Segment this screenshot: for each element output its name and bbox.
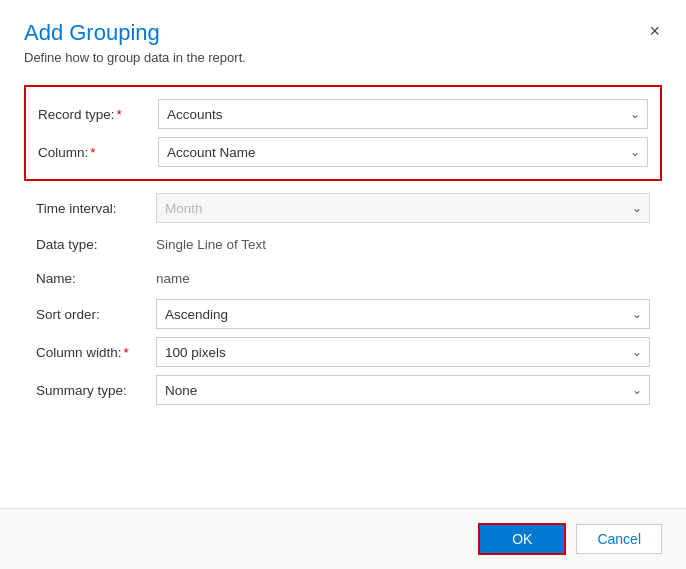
dialog-header: Add Grouping Define how to group data in…: [0, 0, 686, 65]
data-type-label: Data type:: [36, 237, 156, 252]
column-width-control: 100 pixels 50 pixels 150 pixels 200 pixe…: [156, 337, 650, 367]
cancel-button[interactable]: Cancel: [576, 524, 662, 554]
time-interval-control: Month Quarter Year Day ⌄: [156, 193, 650, 223]
time-interval-select-wrapper: Month Quarter Year Day ⌄: [156, 193, 650, 223]
data-type-row: Data type: Single Line of Text: [24, 227, 662, 261]
column-width-required: *: [124, 345, 129, 360]
time-interval-select[interactable]: Month Quarter Year Day: [156, 193, 650, 223]
summary-type-row: Summary type: None Sum Average Count Min…: [24, 371, 662, 409]
record-type-select[interactable]: Accounts Contacts Leads Opportunities: [158, 99, 648, 129]
summary-type-select[interactable]: None Sum Average Count Min Max: [156, 375, 650, 405]
dialog-subtitle: Define how to group data in the report.: [24, 50, 662, 65]
record-type-control: Accounts Contacts Leads Opportunities ⌄: [158, 99, 648, 129]
add-grouping-dialog: Add Grouping Define how to group data in…: [0, 0, 686, 569]
dialog-footer: OK Cancel: [0, 508, 686, 569]
name-label: Name:: [36, 271, 156, 286]
summary-type-label: Summary type:: [36, 383, 156, 398]
sort-order-label: Sort order:: [36, 307, 156, 322]
sort-order-select[interactable]: Ascending Descending: [156, 299, 650, 329]
column-required: *: [90, 145, 95, 160]
name-row: Name: name: [24, 261, 662, 295]
summary-type-control: None Sum Average Count Min Max ⌄: [156, 375, 650, 405]
record-type-select-wrapper: Accounts Contacts Leads Opportunities ⌄: [158, 99, 648, 129]
column-label: Column:*: [38, 145, 158, 160]
record-type-required: *: [117, 107, 122, 122]
name-value: name: [156, 271, 650, 286]
sort-order-select-wrapper: Ascending Descending ⌄: [156, 299, 650, 329]
column-width-select-wrapper: 100 pixels 50 pixels 150 pixels 200 pixe…: [156, 337, 650, 367]
record-type-row: Record type:* Accounts Contacts Leads Op…: [38, 95, 648, 133]
sort-order-row: Sort order: Ascending Descending ⌄: [24, 295, 662, 333]
record-type-label: Record type:*: [38, 107, 158, 122]
data-type-value: Single Line of Text: [156, 237, 650, 252]
column-row: Column:* Account Name Account Number Cit…: [38, 133, 648, 171]
column-width-row: Column width:* 100 pixels 50 pixels 150 …: [24, 333, 662, 371]
column-select[interactable]: Account Name Account Number City Country: [158, 137, 648, 167]
required-fields-section: Record type:* Accounts Contacts Leads Op…: [24, 85, 662, 181]
close-button[interactable]: ×: [643, 18, 666, 44]
column-select-wrapper: Account Name Account Number City Country…: [158, 137, 648, 167]
ok-button[interactable]: OK: [478, 523, 566, 555]
summary-type-select-wrapper: None Sum Average Count Min Max ⌄: [156, 375, 650, 405]
time-interval-row: Time interval: Month Quarter Year Day ⌄: [24, 189, 662, 227]
column-width-label: Column width:*: [36, 345, 156, 360]
time-interval-label: Time interval:: [36, 201, 156, 216]
sort-order-control: Ascending Descending ⌄: [156, 299, 650, 329]
dialog-body: Record type:* Accounts Contacts Leads Op…: [0, 65, 686, 508]
column-width-select[interactable]: 100 pixels 50 pixels 150 pixels 200 pixe…: [156, 337, 650, 367]
column-control: Account Name Account Number City Country…: [158, 137, 648, 167]
dialog-title: Add Grouping: [24, 20, 662, 46]
